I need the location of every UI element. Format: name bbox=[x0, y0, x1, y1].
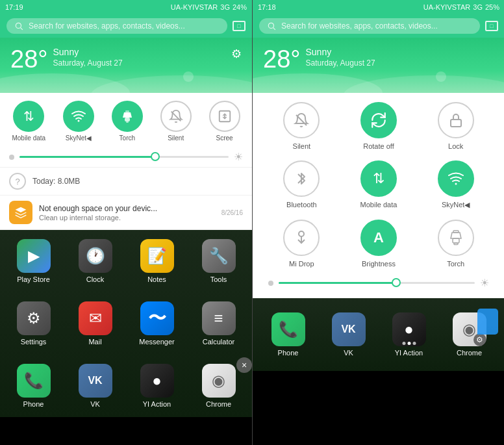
toggle-screen[interactable]: Scree bbox=[209, 101, 240, 142]
right-brightness-row[interactable]: ☀ bbox=[266, 277, 492, 289]
yiaction-label: YI Action bbox=[143, 400, 171, 408]
clock-label: Clock bbox=[86, 275, 105, 283]
left-search-bar[interactable]: Search for websites, apps, contacts, vid… bbox=[0, 14, 252, 38]
right-rotate-icon[interactable] bbox=[360, 102, 397, 138]
app-playstore[interactable]: ▶ Play Store bbox=[3, 235, 64, 287]
svg-point-4 bbox=[183, 71, 194, 82]
left-weather-gear-icon[interactable]: ⚙ bbox=[231, 47, 242, 61]
calculator-icon[interactable]: ≡ bbox=[202, 301, 236, 335]
right-yiaction-icon[interactable]: ● bbox=[392, 312, 426, 346]
app-yiaction[interactable]: ● YI Action bbox=[126, 360, 188, 412]
phone-label: Phone bbox=[23, 400, 44, 408]
chrome-icon[interactable]: ◉ bbox=[202, 364, 236, 398]
app-messenger[interactable]: 〜 Messenger bbox=[126, 298, 188, 350]
toggle-skynet[interactable]: SkyNet◀ bbox=[63, 101, 94, 142]
right-lock-icon[interactable] bbox=[438, 102, 474, 138]
left-app-grid-bottom: 📞 Phone VK VK ● YI Action ◉ × Chrome bbox=[0, 355, 252, 417]
right-torch-icon[interactable] bbox=[438, 220, 474, 256]
mail-icon[interactable]: ✉ bbox=[79, 301, 112, 335]
left-panel: 17:19 UA-KYIVSTAR 3G 24% Search for webs… bbox=[0, 0, 252, 445]
app-clock[interactable]: 🕐 Clock bbox=[64, 235, 126, 287]
right-toggle-lock[interactable]: Lock bbox=[438, 102, 474, 150]
mobile-data-icon[interactable]: ⇅ bbox=[13, 101, 44, 132]
torch-icon[interactable] bbox=[112, 101, 143, 132]
right-skynet-icon[interactable] bbox=[438, 160, 474, 197]
left-search-input[interactable]: Search for websites, apps, contacts, vid… bbox=[6, 18, 227, 34]
right-bluetooth-icon[interactable] bbox=[283, 160, 320, 197]
right-app-vk[interactable]: VK VK bbox=[318, 309, 379, 361]
right-brightness-track[interactable] bbox=[279, 282, 475, 284]
app-mail[interactable]: ✉ Mail bbox=[64, 298, 126, 350]
right-vk-icon[interactable]: VK bbox=[332, 312, 366, 346]
right-toggle-torch[interactable]: Torch bbox=[438, 220, 474, 268]
right-midrop-label: Mi Drop bbox=[289, 260, 314, 268]
right-search-placeholder: Search for websites, apps, contacts, vid… bbox=[281, 21, 438, 31]
tools-icon[interactable]: 🔧 bbox=[202, 239, 236, 273]
left-data-usage: ? Today: 8.0MB bbox=[0, 167, 252, 195]
app-notes[interactable]: 📝 Notes bbox=[126, 235, 188, 287]
right-brightness-icon[interactable]: A bbox=[360, 220, 397, 256]
right-search-input[interactable]: Search for websites, apps, contacts, vid… bbox=[259, 18, 480, 34]
right-time: 17:18 bbox=[258, 3, 276, 11]
notes-label: Notes bbox=[147, 275, 166, 283]
right-brightness-thumb[interactable] bbox=[392, 278, 401, 287]
app-settings[interactable]: ⚙ Settings bbox=[3, 298, 64, 350]
phone-icon[interactable]: 📞 bbox=[17, 364, 51, 398]
vk-icon[interactable]: VK bbox=[79, 364, 112, 398]
right-quick-toggles: Silent Rotate off bbox=[253, 93, 504, 298]
notes-icon[interactable]: 📝 bbox=[140, 239, 174, 273]
silent-icon[interactable] bbox=[160, 101, 192, 132]
right-toggle-silent[interactable]: Silent bbox=[283, 102, 320, 150]
right-vk-label: VK bbox=[344, 349, 353, 357]
right-brightness-fill bbox=[279, 282, 396, 284]
left-tab-icon[interactable]: □ bbox=[233, 21, 246, 31]
toggle-torch[interactable]: Torch bbox=[112, 101, 143, 142]
toggle-mobile-data[interactable]: ⇅ Mobile data bbox=[12, 101, 45, 142]
right-toggle-mobiledata[interactable]: ⇅ Mobile data bbox=[360, 160, 397, 209]
right-app-chrome[interactable]: ◉ ⚙ Chrome bbox=[439, 309, 499, 361]
skynet-icon[interactable] bbox=[63, 101, 94, 132]
app-calculator[interactable]: ≡ Calculator bbox=[188, 298, 249, 350]
right-brightness-label: Brightness bbox=[362, 260, 396, 268]
messenger-icon[interactable]: 〜 bbox=[140, 301, 174, 335]
right-toggle-skynet[interactable]: SkyNet◀ bbox=[438, 160, 474, 209]
left-brightness-track[interactable] bbox=[19, 156, 229, 158]
right-toggle-midrop[interactable]: Mi Drop bbox=[283, 220, 320, 268]
torch-label: Torch bbox=[120, 134, 135, 142]
right-weather-widget: 28° Sunny Saturday, August 27 bbox=[253, 38, 504, 93]
toggle-silent[interactable]: Silent bbox=[160, 101, 192, 142]
app-tools[interactable]: 🔧 Tools bbox=[188, 235, 249, 287]
settings-icon[interactable]: ⚙ bbox=[17, 301, 51, 335]
right-app-phone[interactable]: 📞 Phone bbox=[258, 309, 318, 361]
screen-icon[interactable] bbox=[209, 101, 240, 132]
right-app-yiaction[interactable]: ● YI Action bbox=[379, 309, 439, 361]
svg-point-0 bbox=[16, 23, 21, 28]
right-tab-icon[interactable]: □ bbox=[485, 21, 498, 31]
left-notification[interactable]: Not enough space on your devic... Clean … bbox=[0, 195, 252, 230]
app-vk[interactable]: VK VK bbox=[64, 360, 126, 412]
left-brightness-row[interactable]: ☀ bbox=[0, 147, 252, 167]
svg-rect-19 bbox=[451, 120, 461, 127]
right-toggle-bluetooth[interactable]: Bluetooth bbox=[283, 160, 320, 209]
data-usage-icon: ? bbox=[9, 173, 26, 190]
right-search-bar[interactable]: Search for websites, apps, contacts, vid… bbox=[253, 14, 504, 38]
left-condition: Sunny bbox=[53, 47, 122, 57]
svg-point-17 bbox=[436, 71, 446, 82]
app-phone[interactable]: 📞 Phone bbox=[3, 360, 64, 412]
playstore-icon[interactable]: ▶ bbox=[17, 239, 51, 273]
screen-label: Scree bbox=[216, 134, 233, 142]
clock-icon[interactable]: 🕐 bbox=[79, 239, 112, 273]
close-badge[interactable]: × bbox=[236, 357, 252, 373]
left-brightness-thumb[interactable] bbox=[151, 152, 160, 161]
app-chrome[interactable]: ◉ × Chrome bbox=[188, 360, 249, 412]
right-mobiledata-icon[interactable]: ⇅ bbox=[360, 160, 397, 197]
right-midrop-icon[interactable] bbox=[283, 220, 320, 256]
right-silent-icon[interactable] bbox=[283, 102, 320, 138]
left-time: 17:19 bbox=[5, 3, 23, 11]
right-toggle-rotate[interactable]: Rotate off bbox=[360, 102, 397, 150]
right-bluetooth-label: Bluetooth bbox=[286, 201, 316, 209]
yiaction-icon[interactable]: ● bbox=[140, 364, 174, 398]
right-toggle-brightness[interactable]: A Brightness bbox=[360, 220, 397, 268]
right-silent-label: Silent bbox=[293, 142, 311, 150]
right-phone-icon[interactable]: 📞 bbox=[271, 312, 305, 346]
